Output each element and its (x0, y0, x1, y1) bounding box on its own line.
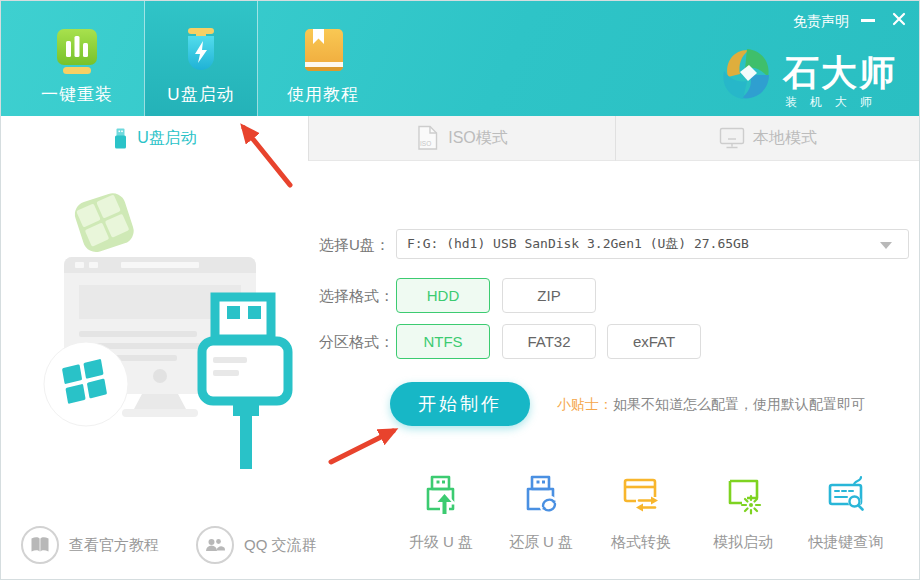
book-icon (21, 526, 59, 564)
chevron-down-icon (880, 242, 892, 249)
mode-tab-bar: U盘启动 ISO ISO模式 本地模式 (1, 116, 920, 161)
people-icon (196, 526, 234, 564)
start-make-button[interactable]: 开始制作 (390, 382, 530, 426)
partition-label: 分区格式： (319, 333, 394, 352)
partition-option-exfat[interactable]: exFAT (607, 324, 701, 359)
tool-label: 格式转换 (591, 533, 691, 552)
mode-tab-iso[interactable]: ISO ISO模式 (308, 116, 615, 161)
usb-boot-shield-icon (145, 25, 257, 79)
partition-option-ntfs[interactable]: NTFS (396, 324, 490, 359)
format-label: 选择格式： (319, 287, 394, 306)
footer-link-label: QQ 交流群 (244, 536, 317, 555)
tool-upgrade-usb[interactable]: 升级 U 盘 (391, 473, 491, 552)
brand-logo-icon (717, 43, 775, 109)
tab-tutorial[interactable]: 使用教程 (267, 1, 379, 116)
usb-monitor-illustration (1, 161, 321, 481)
hotkey-query-icon (823, 473, 869, 519)
tool-hotkey-query[interactable]: 快捷键查询 (796, 473, 896, 552)
format-convert-icon (618, 473, 664, 519)
tool-label: 还原 U 盘 (491, 533, 591, 552)
mode-tab-label: 本地模式 (753, 128, 817, 149)
tool-label: 模拟启动 (693, 533, 793, 552)
brand-subtitle: 装机大师 (785, 94, 885, 111)
mode-tab-local[interactable]: 本地模式 (615, 116, 920, 161)
usb-drive-select[interactable]: F:G: (hd1) USB SanDisk 3.2Gen1 (U盘) 27.6… (396, 229, 909, 259)
tool-label: 快捷键查询 (796, 533, 896, 552)
tool-format-convert[interactable]: 格式转换 (591, 473, 691, 552)
format-option-hdd[interactable]: HDD (396, 278, 490, 313)
format-option-zip[interactable]: ZIP (502, 278, 596, 313)
tutorial-book-icon (267, 25, 379, 79)
tip-prefix: 小贴士： (557, 396, 613, 412)
close-icon (891, 11, 907, 27)
tip-text: 小贴士：如果不知道怎么配置，使用默认配置即可 (557, 396, 865, 414)
minimize-button[interactable] (861, 19, 875, 22)
mode-tab-usb-boot[interactable]: U盘启动 (1, 116, 308, 161)
mode-tab-label: ISO模式 (448, 128, 508, 149)
tab-label: 一键重装 (21, 83, 133, 106)
tab-label: 使用教程 (267, 83, 379, 106)
tool-simulate-boot[interactable]: 模拟启动 (693, 473, 793, 552)
app-window: 一键重装 U盘启动 (0, 0, 920, 580)
tool-restore-usb[interactable]: 还原 U 盘 (491, 473, 591, 552)
tool-label: 升级 U 盘 (391, 533, 491, 552)
iso-file-icon: ISO (416, 125, 440, 151)
qq-group-link[interactable]: QQ 交流群 (196, 525, 317, 565)
usb-drive-value: F:G: (hd1) USB SanDisk 3.2Gen1 (U盘) 27.6… (407, 230, 749, 258)
svg-text:ISO: ISO (420, 140, 431, 147)
tab-label: U盘启动 (145, 83, 257, 106)
tab-usb-boot[interactable]: U盘启动 (144, 1, 258, 116)
upgrade-usb-icon (418, 473, 464, 519)
local-monitor-icon (719, 126, 745, 151)
official-tutorial-link[interactable]: 查看官方教程 (21, 525, 159, 565)
tab-one-click-reinstall[interactable]: 一键重装 (21, 1, 133, 116)
disclaimer-link[interactable]: 免责声明 (793, 13, 849, 31)
footer-link-label: 查看官方教程 (69, 536, 159, 555)
usb-stick-icon (112, 127, 129, 151)
mode-tab-label: U盘启动 (137, 128, 197, 149)
restore-usb-icon (518, 473, 564, 519)
reinstall-chart-icon (21, 25, 133, 79)
partition-option-fat32[interactable]: FAT32 (502, 324, 596, 359)
arrow-to-start-button (331, 431, 393, 462)
simulate-boot-icon (720, 473, 766, 519)
usb-select-label: 选择U盘： (319, 236, 390, 255)
close-button[interactable] (891, 11, 907, 27)
header-bar: 一键重装 U盘启动 (1, 1, 920, 116)
brand-name: 石大师 (783, 49, 897, 98)
